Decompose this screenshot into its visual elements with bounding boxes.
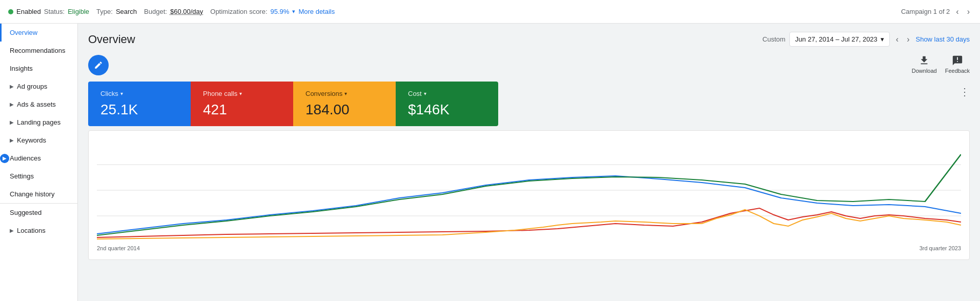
chevron-down-icon: ▾ [344,91,347,96]
opt-label: Optimization score: [210,8,267,15]
status-label: Status: [44,8,65,15]
sidebar-label-recommendations: Recommendations [10,47,65,54]
sidebar-item-suggested[interactable]: Suggested [0,204,77,222]
clicks-value: 25.1K [100,102,178,118]
more-details-link[interactable]: More details [298,8,335,15]
campaign-counter: Campaign 1 of 2 [901,8,950,15]
edit-icon [94,61,103,70]
type-value: Search [116,8,137,15]
feedback-icon [952,55,963,66]
sidebar-label-landing-pages: Landing pages [17,118,60,126]
main-content: Overview Custom Jun 27, 2014 – Jul 27, 2… [78,24,980,301]
chevron-right-icon: ▶ [10,119,14,125]
chevron-down-icon: ▾ [424,91,426,96]
stats-row: Clicks ▾ 25.1K Phone calls ▾ 421 Convers… [88,82,498,126]
sidebar-item-adgroups[interactable]: ▶ Ad groups [0,77,77,95]
sidebar-label-locations: Locations [17,227,46,234]
opt-value: 95.9% [271,8,290,15]
overview-chart [97,139,961,242]
stats-area: Clicks ▾ 25.1K Phone calls ▾ 421 Convers… [88,82,970,126]
sidebar-item-locations[interactable]: ▶ Locations [0,222,77,239]
sidebar-label-adgroups: Ad groups [17,83,47,90]
sidebar-item-overview[interactable]: Overview [0,24,77,42]
custom-label: Custom [763,35,786,43]
date-picker[interactable]: Jun 27, 2014 – Jul 27, 2023 ▾ [789,32,889,47]
sidebar-item-recommendations[interactable]: Recommendations [0,42,77,59]
chart-container: 2nd quarter 2014 3rd quarter 2023 [88,130,970,260]
sidebar-bottom: Suggested ▶ Locations [0,203,77,239]
campaign-prev-button[interactable]: ‹ [954,5,961,18]
sidebar-label-audiences: Audiences [10,154,41,162]
campaign-next-button[interactable]: › [965,5,972,18]
campaign-nav-area: Campaign 1 of 2 ‹ › [901,5,972,18]
overview-controls: Custom Jun 27, 2014 – Jul 27, 2023 ▾ ‹ ›… [763,32,970,47]
status-bar: Enabled Status: Eligible Type: Search Bu… [8,8,335,15]
enabled-label: Enabled [16,8,41,15]
chart-end-label: 3rd quarter 2023 [920,245,961,251]
status-value: Eligible [68,8,89,15]
chevron-right-icon: ▶ [10,137,14,143]
feedback-label: Feedback [945,68,970,74]
main-layout: Overview Recommendations Insights ▶ Ad g… [0,24,980,301]
clicks-label: Clicks ▾ [100,90,178,97]
page-title: Overview [88,33,135,46]
sidebar-item-landing-pages[interactable]: ▶ Landing pages [0,113,77,131]
feedback-button[interactable]: Feedback [945,55,970,74]
sidebar-label-keywords: Keywords [17,136,46,144]
stat-card-cost[interactable]: Cost ▾ $146K [396,82,498,126]
sidebar-item-ads-assets[interactable]: ▶ Ads & assets [0,95,77,113]
chevron-right-icon: ▶ [10,228,14,233]
sidebar-item-settings[interactable]: Settings [0,167,77,185]
stat-card-clicks[interactable]: Clicks ▾ 25.1K [88,82,191,126]
sidebar-label-suggested: Suggested [10,209,42,216]
more-options-button[interactable]: ⋮ [959,86,970,98]
cost-value: $146K [408,102,486,118]
chevron-down-icon: ▾ [292,8,295,15]
budget-value: $60.00/day [170,8,203,15]
chevron-right-icon: ▶ [10,102,14,107]
edit-button[interactable] [88,55,109,75]
download-icon [918,55,930,66]
sidebar-item-insights[interactable]: Insights [0,59,77,77]
stat-card-conversions[interactable]: Conversions ▾ 184.00 [293,82,396,126]
date-next-button[interactable]: › [905,33,911,46]
budget-label: Budget: [144,8,167,15]
cost-label: Cost ▾ [408,90,486,97]
type-label: Type: [96,8,113,15]
sidebar-item-audiences[interactable]: Audiences ▶ [0,149,77,167]
download-label: Download [912,68,937,74]
sidebar-label-overview: Overview [10,29,37,36]
conversions-label: Conversions ▾ [305,90,383,97]
toolbar-right: Download Feedback [912,55,970,74]
sidebar: Overview Recommendations Insights ▶ Ad g… [0,24,78,301]
download-button[interactable]: Download [912,55,937,74]
stat-card-phone-calls[interactable]: Phone calls ▾ 421 [191,82,293,126]
sidebar-label-change-history: Change history [10,190,54,198]
enabled-dot [8,9,13,14]
show-last-button[interactable]: Show last 30 days [915,35,970,43]
conversions-value: 184.00 [305,102,383,118]
top-bar: Enabled Status: Eligible Type: Search Bu… [0,0,980,24]
chevron-down-icon: ▾ [239,91,242,96]
overview-header: Overview Custom Jun 27, 2014 – Jul 27, 2… [88,32,970,47]
sidebar-label-settings: Settings [10,172,34,180]
phone-calls-label: Phone calls ▾ [203,90,281,97]
chart-labels: 2nd quarter 2014 3rd quarter 2023 [97,245,961,251]
chart-start-label: 2nd quarter 2014 [97,245,140,251]
edit-toolbar-row: Download Feedback [88,55,970,75]
chevron-right-icon: ▶ [10,84,14,89]
date-prev-button[interactable]: ‹ [894,33,901,46]
sidebar-label-ads-assets: Ads & assets [17,101,56,108]
sidebar-item-change-history[interactable]: Change history [0,185,77,203]
sidebar-item-keywords[interactable]: ▶ Keywords [0,131,77,149]
phone-calls-value: 421 [203,102,281,118]
chevron-down-icon: ▾ [881,35,884,43]
audiences-indicator: ▶ [0,154,9,163]
sidebar-label-insights: Insights [10,65,33,72]
date-range-value: Jun 27, 2014 – Jul 27, 2023 [795,35,877,43]
chevron-down-icon: ▾ [120,91,123,96]
